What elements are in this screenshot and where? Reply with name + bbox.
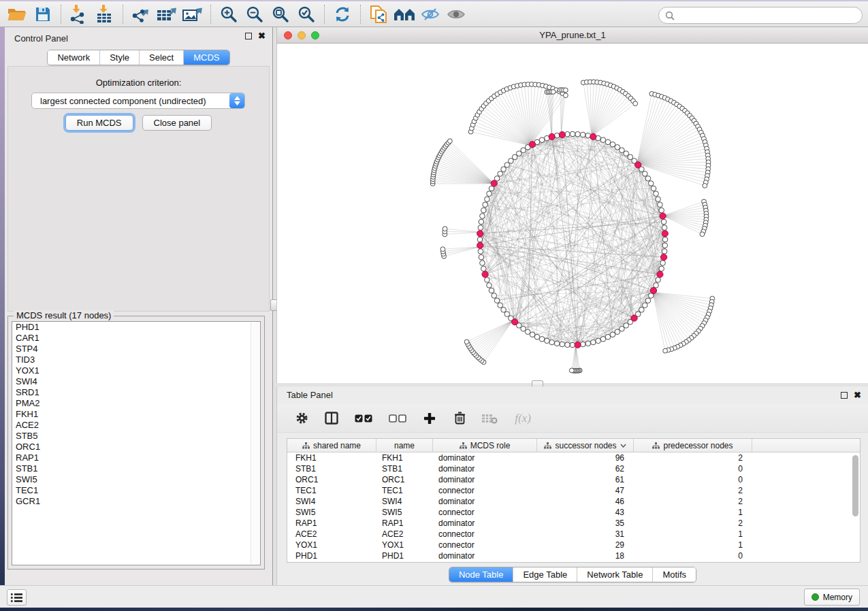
cell-shared-name: FKH1	[287, 452, 376, 463]
mcds-result-item[interactable]: TEC1	[12, 485, 260, 496]
cell-name: TEC1	[376, 485, 433, 496]
zoom-in-icon	[220, 5, 238, 23]
tab-select[interactable]: Select	[139, 50, 183, 65]
table-row[interactable]: RAP1RAP1dominator352	[287, 518, 860, 529]
search-input[interactable]	[678, 10, 856, 20]
search-box[interactable]	[658, 7, 863, 24]
cell-name: SWI4	[376, 496, 433, 507]
mcds-result-item[interactable]: YOX1	[12, 365, 260, 376]
mcds-result-item[interactable]: FKH1	[12, 409, 260, 420]
network-view[interactable]	[276, 44, 868, 383]
tab-motifs[interactable]: Motifs	[652, 567, 696, 582]
delete-row-button[interactable]	[451, 410, 468, 427]
import-network-button[interactable]	[66, 3, 92, 25]
mcds-result-item[interactable]: PMA2	[12, 398, 260, 409]
cell-successor-nodes: 46	[537, 496, 634, 507]
table-row[interactable]: ACE2ACE2connector311	[287, 529, 860, 540]
cell-predecessor-nodes: 1	[634, 507, 752, 518]
float-panel-icon[interactable]	[245, 33, 252, 39]
close-panel-icon[interactable]: ✖	[258, 33, 266, 39]
table-row[interactable]: PHD1PHD1dominator180	[287, 550, 860, 561]
cell-shared-name: PHD1	[287, 550, 376, 561]
close-table-panel-icon[interactable]: ✖	[854, 392, 861, 399]
mcds-result-item[interactable]: PHD1	[12, 322, 260, 333]
refresh-view-button[interactable]	[329, 3, 355, 25]
mcds-result-item[interactable]: STB5	[12, 431, 260, 442]
mcds-result-item[interactable]: SWI4	[12, 376, 260, 387]
cell-predecessor-nodes: 0	[634, 474, 752, 485]
optimization-criterion-select[interactable]: largest connected component (undirected)	[31, 93, 245, 109]
mcds-result-item[interactable]: RAP1	[12, 452, 260, 463]
table-row[interactable]: YOX1YOX1connector291	[287, 540, 860, 550]
table-row[interactable]: FKH1FKH1dominator962	[287, 452, 860, 463]
mcds-result-item[interactable]: SRD1	[12, 387, 260, 398]
network-window-title: YPA_prune.txt_1	[277, 30, 868, 40]
table-settings-button[interactable]	[293, 410, 310, 427]
cell-name: SWI5	[376, 507, 433, 518]
select-all-rows-button[interactable]	[353, 410, 374, 427]
zoom-selected-icon	[298, 5, 315, 23]
tab-edge-table[interactable]: Edge Table	[513, 567, 577, 582]
table-scrollbar[interactable]	[852, 455, 858, 557]
table-panel: Table Panel ✖	[276, 386, 868, 585]
tab-style[interactable]: Style	[99, 50, 139, 65]
tab-mcds[interactable]: MCDS	[183, 50, 229, 65]
mcds-result-item[interactable]: ORC1	[12, 442, 260, 452]
save-session-button[interactable]	[30, 3, 56, 25]
import-table-button[interactable]	[92, 3, 118, 25]
close-panel-button[interactable]: Close panel	[142, 115, 212, 131]
table-scrollbar-thumb[interactable]	[852, 455, 858, 516]
duplicate-network-button[interactable]	[366, 3, 391, 25]
cell-MCDS-role: dominator	[433, 452, 537, 463]
export-image-icon	[182, 5, 204, 24]
table-row[interactable]: TEC1TEC1connector472	[287, 485, 860, 496]
export-network-icon	[131, 5, 151, 24]
open-session-button[interactable]	[4, 3, 30, 25]
column-header-shared-name[interactable]: shared name	[287, 439, 376, 452]
table-row[interactable]: SWI4SWI4dominator462	[287, 496, 860, 507]
float-table-panel-icon[interactable]	[841, 392, 848, 399]
zoom-selected-button[interactable]	[293, 3, 319, 25]
column-header-successor-nodes[interactable]: successor nodes	[537, 439, 634, 452]
toolbar-separator	[61, 5, 61, 24]
mcds-result-item[interactable]: ACE2	[12, 420, 260, 431]
node-table: shared namenameMCDS rolesuccessor nodesp…	[287, 438, 861, 563]
cell-MCDS-role: dominator	[433, 518, 537, 529]
mcds-result-item[interactable]: GCR1	[12, 496, 260, 507]
table-row[interactable]: ORC1ORC1dominator610	[287, 474, 860, 485]
add-row-button[interactable]	[421, 410, 438, 427]
tab-node-table[interactable]: Node Table	[449, 567, 513, 582]
table-row[interactable]: SWI5SWI5connector431	[287, 507, 860, 518]
table-row[interactable]: STB1STB1dominator620	[287, 463, 860, 474]
column-header-predecessor-nodes[interactable]: predecessor nodes	[634, 439, 752, 452]
export-network-button[interactable]	[128, 3, 154, 25]
deselect-all-rows-button[interactable]	[387, 410, 408, 427]
zoom-in-button[interactable]	[216, 3, 242, 25]
mcds-result-item[interactable]: STP4	[12, 344, 260, 354]
mcds-result-item[interactable]: TID3	[12, 354, 260, 365]
mcds-result-item[interactable]: CAR1	[12, 333, 260, 344]
column-header-MCDS-role[interactable]: MCDS role	[433, 439, 537, 452]
zoom-out-button[interactable]	[242, 3, 268, 25]
column-header-name[interactable]: name	[376, 439, 433, 452]
cell-name: ACE2	[376, 529, 433, 540]
show-panels-button[interactable]	[7, 589, 27, 606]
hide-selected-button[interactable]	[417, 3, 443, 25]
memory-button[interactable]: Memory	[804, 589, 860, 606]
first-neighbors-button[interactable]	[391, 3, 417, 25]
tab-network-table[interactable]: Network Table	[577, 567, 652, 582]
gear-icon	[295, 412, 308, 425]
cell-successor-nodes: 43	[537, 507, 634, 518]
show-all-button[interactable]	[443, 3, 469, 25]
show-columns-button[interactable]	[323, 410, 340, 427]
export-table-button[interactable]	[154, 3, 180, 25]
mcds-result-item[interactable]: STB1	[12, 463, 260, 474]
run-mcds-button[interactable]: Run MCDS	[65, 115, 133, 131]
mcds-result-item[interactable]: SWI5	[12, 474, 260, 485]
export-image-button[interactable]	[180, 3, 206, 25]
refresh-icon	[334, 5, 351, 23]
mcds-list-scrollbar[interactable]	[251, 323, 259, 564]
fit-content-button[interactable]	[268, 3, 293, 25]
tab-network[interactable]: Network	[48, 50, 99, 65]
cell-shared-name: RAP1	[287, 518, 376, 529]
